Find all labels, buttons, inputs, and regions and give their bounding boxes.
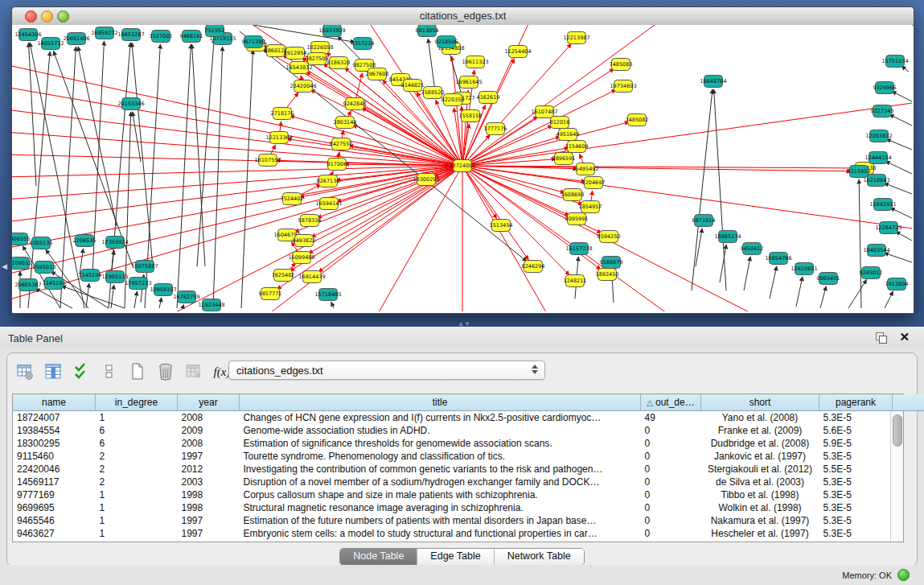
column-header-in_degree[interactable]: in_degree bbox=[96, 394, 178, 411]
cell-short: Franke et al. (2009) bbox=[701, 424, 819, 437]
table-row[interactable]: 911546021997Tourette syndrome. Phenomeno… bbox=[13, 450, 924, 463]
graph-node-label: 817006 bbox=[327, 161, 347, 167]
cell-year: 1997 bbox=[178, 527, 240, 540]
cell-pagerank: 5.5E-5 bbox=[819, 463, 893, 476]
column-header-short[interactable]: short bbox=[701, 394, 819, 411]
table-row[interactable]: 1456911722003Disruption of a novel membe… bbox=[13, 476, 924, 488]
graph-node-label: 20153346 bbox=[117, 101, 144, 107]
graph-edge bbox=[820, 286, 826, 308]
table-row[interactable]: 977716911998Corpus callosum shape and si… bbox=[13, 488, 924, 501]
new-table-icon[interactable] bbox=[128, 362, 147, 381]
graph-node-label: 15751074 bbox=[881, 58, 908, 64]
graph-node-label: 9305135 bbox=[30, 240, 53, 246]
graph-node-label: 16107487 bbox=[531, 109, 557, 115]
graph-edge bbox=[796, 277, 803, 307]
cell-in_degree: 1 bbox=[96, 527, 178, 540]
table-row[interactable]: 969969511998Structural magnetic resonanc… bbox=[13, 501, 924, 514]
graph-node-label: 8896591 bbox=[552, 155, 576, 162]
graph-edge bbox=[848, 279, 867, 308]
graph-node-label: 16961645 bbox=[455, 79, 482, 85]
cell-year: 1998 bbox=[178, 488, 240, 501]
graph-edge bbox=[884, 183, 912, 194]
dropdown-stepper-icon bbox=[532, 365, 538, 374]
application-root: { "window": { "title": "citations_edges.… bbox=[0, 0, 924, 585]
graph-node-label: 7625402 bbox=[272, 272, 295, 278]
table-body: 1872400712008Changes of HCN gene express… bbox=[13, 411, 924, 541]
cell-pagerank: 5.9E-5 bbox=[819, 437, 893, 450]
graph-node-label: 9586879 bbox=[600, 259, 623, 266]
status-bar: Memory: OK bbox=[0, 565, 924, 585]
cell-in_degree: 2 bbox=[96, 463, 178, 476]
delete-column-icon[interactable] bbox=[184, 362, 203, 381]
column-header-pagerank[interactable]: pagerank bbox=[819, 394, 893, 411]
graph-node-label: 9857771 bbox=[259, 290, 282, 297]
graph-edge bbox=[885, 291, 893, 308]
scrollbar-thumb[interactable] bbox=[893, 414, 902, 447]
table-vertical-scrollbar[interactable] bbox=[890, 411, 903, 542]
select-all-icon[interactable] bbox=[72, 362, 91, 381]
tab-edge-table[interactable]: Edge Table bbox=[417, 549, 494, 565]
network-window-titlebar[interactable]: citations_edges.txt bbox=[12, 7, 914, 26]
graph-node-label: 17359924 bbox=[101, 239, 128, 245]
graph-node-label: 8357224 bbox=[351, 40, 375, 47]
table-row[interactable]: 1872400712008Changes of HCN gene express… bbox=[13, 411, 924, 425]
graph-node-label: 8267130 bbox=[317, 178, 340, 184]
table-row[interactable]: 2242004622012Investigating the contribut… bbox=[13, 463, 924, 476]
graph-node-label: 16782759 bbox=[173, 294, 199, 300]
citation-network-graph[interactable]: 1872400718300295716382288601288912954182… bbox=[12, 25, 912, 311]
cell-title: Structural magnetic resonance image aver… bbox=[240, 501, 641, 514]
table-selector-dropdown[interactable]: citations_edges.txt bbox=[228, 360, 545, 380]
graph-node-label: 16959272 bbox=[91, 30, 117, 36]
graph-node-label: 18985174 bbox=[714, 233, 741, 240]
graph-node-label: 10854766 bbox=[765, 255, 791, 262]
graph-node-label: 9065401 bbox=[817, 275, 840, 282]
show-column-icon[interactable] bbox=[43, 362, 63, 381]
cell-in_degree: 2 bbox=[96, 476, 178, 488]
sort-ascending-icon: △ bbox=[647, 398, 653, 407]
graph-edge bbox=[331, 302, 334, 308]
table-row[interactable]: 1830029562008Estimation of significance … bbox=[13, 437, 924, 450]
unselect-all-icon[interactable] bbox=[100, 362, 119, 381]
cell-name: 9115460 bbox=[13, 450, 96, 463]
graph-node-label: 2967608 bbox=[366, 71, 389, 77]
table-row[interactable]: 1938455462009Genome-wide association stu… bbox=[13, 424, 924, 437]
cell-pagerank: 5.3E-5 bbox=[819, 411, 893, 425]
network-canvas[interactable]: 1872400718300295716382288601288912954182… bbox=[12, 25, 912, 311]
float-panel-icon[interactable] bbox=[876, 332, 887, 343]
graph-edge bbox=[890, 208, 912, 218]
column-header-out_degree[interactable]: △out_de… bbox=[641, 394, 701, 411]
cell-name: 18724007 bbox=[13, 411, 96, 425]
cell-in_degree: 6 bbox=[96, 424, 178, 437]
cell-pagerank: 5.3E-5 bbox=[819, 476, 893, 488]
delete-table-icon[interactable] bbox=[156, 362, 175, 381]
cell-short: Tibbo et al. (1998) bbox=[701, 488, 819, 501]
graph-edge bbox=[197, 39, 214, 266]
cell-in_degree: 1 bbox=[96, 514, 178, 527]
graph-edge bbox=[133, 112, 141, 162]
graph-edge bbox=[35, 289, 72, 308]
column-header-title[interactable]: title bbox=[240, 394, 641, 411]
graph-node-label: 9493822 bbox=[293, 237, 316, 244]
graph-node-label: 1913804 bbox=[885, 281, 909, 287]
graph-node-label: 1527002 bbox=[150, 33, 173, 39]
column-header-name[interactable]: name bbox=[13, 394, 96, 411]
table-row[interactable]: 946554611997Estimation of the future num… bbox=[13, 514, 924, 527]
graph-node-label: 2206535 bbox=[73, 237, 97, 244]
table-row[interactable]: 946362711997Embryonic stem cells: a mode… bbox=[13, 527, 924, 540]
table-settings-icon[interactable] bbox=[15, 362, 35, 381]
graph-node-label: 10653287 bbox=[117, 31, 144, 38]
graph-node-label: 20605387 bbox=[14, 282, 41, 288]
memory-ok-indicator[interactable] bbox=[897, 569, 910, 581]
graph-node-label: 15495492 bbox=[572, 166, 598, 172]
graph-edge bbox=[159, 298, 162, 308]
cell-title: Disruption of a novel member of a sodium… bbox=[240, 476, 641, 488]
tab-network-table[interactable]: Network Table bbox=[495, 549, 584, 565]
graph-node-label: 18300295 bbox=[413, 176, 439, 183]
close-panel-icon[interactable]: ✕ bbox=[899, 331, 910, 344]
window-title: citations_edges.txt bbox=[12, 10, 914, 22]
tab-node-table[interactable]: Node Table bbox=[340, 549, 417, 565]
graph-edge bbox=[60, 47, 76, 308]
collapse-left-arrow-icon[interactable]: ◀ bbox=[2, 262, 7, 270]
graph-node-label: 19611323 bbox=[462, 59, 488, 65]
column-header-year[interactable]: year bbox=[178, 394, 240, 411]
